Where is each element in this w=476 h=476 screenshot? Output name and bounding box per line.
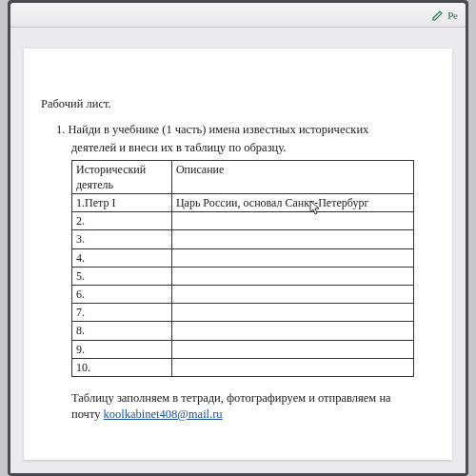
cell-figure: 7. [72,304,172,322]
document-title: Рабочий лист. [41,96,435,112]
table-header-row: Исторический деятель Описание [72,160,414,193]
cell-description [171,267,413,285]
task-line-2: деятелей и внеси их в таблицу по образцу… [71,140,435,156]
footer-text-2-prefix: почту [71,407,104,421]
cell-description [171,248,413,267]
toolbar: Ре [10,3,466,28]
cell-figure: 4. [72,248,172,267]
table-row: 5. [72,267,414,285]
cell-figure: 8. [72,322,172,340]
page-background: Рабочий лист. 1. Найди в учебнике (1 час… [10,28,466,473]
table-row: 7. [72,304,414,322]
cell-figure: 2. [72,212,172,230]
edit-icon[interactable] [432,9,444,22]
task-number: 1. [56,123,65,136]
footer-email-link[interactable]: koolkabinet408@mail.ru [104,407,223,421]
cell-figure: 6. [72,285,172,303]
cell-figure: 3. [72,230,172,248]
table-header-description: Описание [171,160,413,193]
table-header-figure: Исторический деятель [72,160,172,193]
table-row: 8. [72,322,414,340]
cell-figure: 10. [72,358,172,376]
footer-text-1: Таблицу заполняем в тетради, фотографиру… [71,391,391,405]
table-row: 10. [72,358,414,376]
cell-description [171,285,413,303]
cell-description [171,212,413,230]
table-row: 9. [72,340,414,358]
cell-figure: 1.Петр I [72,194,172,212]
table-row: 3. [72,230,414,248]
table-row: 6. [72,285,414,303]
table-row: 2. [72,212,414,230]
cell-description [171,322,413,340]
cell-figure: 9. [72,340,172,358]
document-page: Рабочий лист. 1. Найди в учебнике (1 час… [24,49,452,460]
worksheet-table: Исторический деятель Описание 1.Петр IЦа… [71,160,414,377]
app-window-frame: Ре Рабочий лист. 1. Найди в учебнике (1 … [8,0,468,476]
cell-description [171,230,413,248]
toolbar-action-label[interactable]: Ре [447,10,458,21]
footer-note: Таблицу заполняем в тетради, фотографиру… [71,390,435,423]
cell-description [171,358,413,376]
cell-figure: 5. [72,267,172,285]
task-text-1: Найди в учебнике (1 часть) имена известн… [69,123,369,136]
task-line-1: 1. Найди в учебнике (1 часть) имена изве… [56,122,435,138]
cell-description: Царь России, основал Санкт-Петербург [171,194,413,212]
cell-description [171,340,413,358]
cell-description [171,304,413,322]
table-row: 1.Петр IЦарь России, основал Санкт-Петер… [72,194,414,212]
table-row: 4. [72,248,414,267]
